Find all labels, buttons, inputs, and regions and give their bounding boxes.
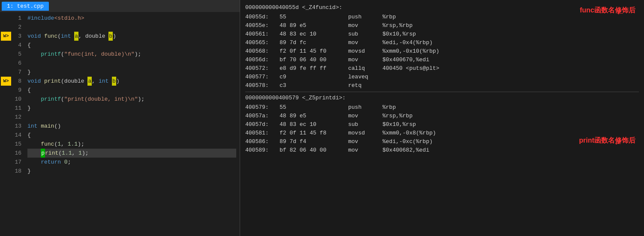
asm-row-func-7: 400577: c9 leaveq <box>245 73 639 81</box>
code-line-8: void print(double a, int b) <box>27 77 236 86</box>
paren-close-3: ) <box>113 32 116 41</box>
param-b-3: b <box>108 32 113 41</box>
asm-instr-p0: push <box>348 103 382 112</box>
ln-14: 14 <box>15 131 21 140</box>
asm-bytes-f7: c9 <box>280 73 348 81</box>
close-15: ); <box>78 140 84 149</box>
brace-open-9: { <box>27 86 31 95</box>
comma-8: , <box>92 77 99 86</box>
return-kw-17: return <box>41 158 64 167</box>
asm-addr-p3: 400581: <box>245 129 280 137</box>
asm-bytes-p5: bf 82 06 40 00 <box>280 146 348 155</box>
gutter-4 <box>1 41 11 50</box>
print-arrow: ← <box>615 140 621 148</box>
gutter-6 <box>1 59 11 68</box>
gutter-3-warn: W> <box>1 32 11 41</box>
ln-8: 8 <box>15 77 21 86</box>
func-call-15: func <box>41 140 54 149</box>
asm-addr-p1: 40057a: <box>245 112 280 120</box>
file-tab[interactable]: 1: test.cpp <box>2 2 49 11</box>
asm-addr-f2: 400561: <box>245 30 280 39</box>
func-arrow-icon: ← <box>617 9 623 18</box>
code-line-10: printf("print(double, int)\n"); <box>27 95 236 104</box>
asm-addr-f3: 400565: <box>245 39 280 47</box>
num-11-16: 1.1 <box>62 149 72 158</box>
code-content: #include<stdio.h> void func(int a, doubl… <box>24 12 240 236</box>
paren-15: ( <box>54 140 57 149</box>
gutter-12 <box>1 113 11 122</box>
asm-addr-f7: 400577: <box>245 73 280 81</box>
gutter-15 <box>1 140 11 149</box>
close-10: ); <box>138 95 144 104</box>
code-line-12 <box>27 113 236 122</box>
asm-bytes-f3: 89 7d fc <box>280 39 348 47</box>
code-line-1: #include<stdio.h> <box>27 14 236 23</box>
gutter-2 <box>1 23 11 32</box>
close-5: ); <box>135 50 141 59</box>
code-line-17: return 0; <box>27 158 236 167</box>
ln-5: 5 <box>15 50 21 59</box>
asm-op-f2: $0x10,%rsp <box>382 30 416 39</box>
asm-instr-p5: mov <box>348 146 382 155</box>
asm-op-f5: $0x400670,%edi <box>382 56 429 64</box>
asm-row-print-2: 40057d: 48 83 ec 10 sub $0x10,%rsp <box>245 120 639 129</box>
asm-addr-f5: 40056d: <box>245 56 280 64</box>
asm-bytes-f8: c3 <box>280 81 348 90</box>
asm-op-p4: %edi,-0xc(%rbp) <box>382 137 433 146</box>
asm-bytes-p2: 48 83 ec 10 <box>280 120 348 129</box>
printf-10: printf <box>41 95 61 104</box>
asm-row-func-2: 400561: 48 83 ec 10 sub $0x10,%rsp <box>245 30 639 39</box>
brace-close-11: } <box>27 104 31 113</box>
asm-instr-f0: push <box>348 13 382 21</box>
code-line-6 <box>27 59 236 68</box>
void-kw-8: void <box>27 77 44 86</box>
parens-13: () <box>54 122 61 131</box>
func-annotation-text: func函数名修饰后 <box>580 6 635 15</box>
gutter-8-warn: W> <box>1 77 11 86</box>
indent-16 <box>27 149 41 158</box>
gutter-13 <box>1 122 11 131</box>
print-cursor-16: p <box>41 149 45 158</box>
asm-bytes-f1: 48 89 e5 <box>280 21 348 30</box>
asm-instr-p4: mov <box>348 137 382 146</box>
gutter-9 <box>1 86 11 95</box>
asm-addr-f6: 400572: <box>245 64 280 73</box>
asm-op-p0: %rbp <box>382 103 396 112</box>
int-kw-3: int <box>61 32 71 41</box>
include-header: <stdio.h> <box>54 14 84 23</box>
ln-9: 9 <box>15 86 21 95</box>
include-keyword: #include <box>27 14 54 23</box>
zero-17: 0 <box>64 158 68 167</box>
func-name-3: func <box>44 32 57 41</box>
gutter-5 <box>1 50 11 59</box>
ln-13: 13 <box>15 122 21 131</box>
asm-op-p3: %xmm0,-0x8(%rbp) <box>382 129 436 137</box>
asm-op-p5: $0x400682,%edi <box>382 146 429 155</box>
main-name-13: main <box>41 122 54 131</box>
code-line-3: void func(int a, double b) <box>27 32 236 41</box>
paren-16: ( <box>58 149 62 158</box>
func-asm-section: 000000000040055d <_Z4funcid>: 40055d: 55… <box>245 3 639 90</box>
gutter-16 <box>1 149 11 158</box>
asm-instr-f4: movsd <box>348 47 382 56</box>
asm-op-f1: %rsp,%rbp <box>382 21 412 30</box>
asm-row-print-5: 400589: bf 82 06 40 00 mov $0x400682,%ed… <box>245 146 639 155</box>
gutter: W> W> <box>0 12 12 236</box>
asm-instr-f6: callq <box>348 64 382 73</box>
brace-close-18: } <box>27 167 31 176</box>
comma-15: , <box>61 140 68 149</box>
asm-op-p1: %rsp,%rbp <box>382 112 412 120</box>
int-kw-13: int <box>27 122 41 131</box>
gutter-1 <box>1 14 11 23</box>
code-line-5: printf("func(int, double)\n"); <box>27 50 236 59</box>
asm-addr-f4: 400568: <box>245 47 280 56</box>
print-section-header: 0000000000400579 <_Z5printdi>: <box>245 94 639 102</box>
gutter-14 <box>1 131 11 140</box>
code-line-11: } <box>27 104 236 113</box>
asm-addr-f8: 400578: <box>245 81 280 90</box>
asm-bytes-p3: f2 0f 11 45 f8 <box>280 129 348 137</box>
code-panel: 1: test.cpp W> W> 1 2 3 <box>0 0 240 236</box>
comma-16: , <box>72 149 78 158</box>
asm-row-func-4: 400568: f2 0f 11 45 f0 movsd %xmm0,-0x10… <box>245 47 639 56</box>
printf-5: printf <box>41 50 61 59</box>
